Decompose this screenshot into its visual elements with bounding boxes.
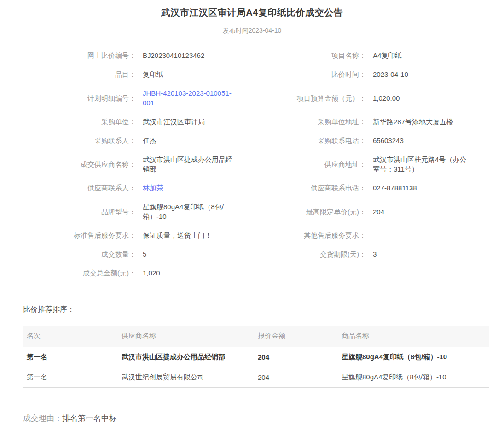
supplier-contact-link[interactable]: 林加荣 [143, 183, 163, 193]
field-purchaser-phone: 采购联系电话： 65603243 [266, 136, 488, 145]
field-value: 任杰 [143, 136, 156, 145]
field-deal-quantity: 成交数量： 5 [44, 249, 266, 259]
field-value: 2023-04-10 [373, 69, 408, 79]
field-max-unit-price: 最高限定单价(元)： 204 [266, 202, 488, 221]
field-other-service: 其他售后服务要求： [266, 230, 488, 240]
field-label: 项目名称： [266, 51, 373, 60]
field-value: 武汉市洪山区捷成办公用品经 销部 [143, 155, 232, 174]
ranking-table: 名次 供应商名称 报价金额 商品名称 第一名 武汉市洪山区捷成办公用品经销部 2… [23, 326, 489, 388]
field-value: 新华路287号添地大厦五楼 [373, 117, 453, 126]
header-product: 商品名称 [338, 326, 489, 347]
table-header-row: 名次 供应商名称 报价金额 商品名称 [23, 326, 489, 347]
field-value: 保证质量，送货上门！ [143, 230, 212, 240]
field-label: 网上比价编号： [44, 51, 143, 60]
field-value: 204 [373, 207, 384, 217]
field-supplier-name: 成交供应商名称： 武汉市洪山区捷成办公用品经 销部 [44, 155, 266, 174]
field-label: 项目预算金额（元）： [266, 93, 373, 103]
field-value: 武汉市江汉区审计局 [143, 117, 205, 126]
field-value: 复印纸 [143, 69, 163, 79]
field-value: 星旗舰80gA4复印纸（8包/ 箱）-10 [143, 202, 224, 221]
field-label: 比价时间： [266, 69, 373, 79]
ranking-section-title: 比价推荐排序： [23, 305, 489, 315]
field-supplier-contact: 供应商联系人： 林加荣 [44, 183, 266, 193]
cell-supplier: 武汉市洪山区捷成办公用品经销部 [118, 347, 254, 367]
header-rank: 名次 [23, 326, 118, 347]
header-supplier: 供应商名称 [118, 326, 254, 347]
field-label: 交货期限(天)： [266, 249, 373, 259]
ranking-section: 比价推荐排序： 名次 供应商名称 报价金额 商品名称 第一名 武汉市洪山区捷成办… [23, 305, 489, 388]
deal-reason-label: 成交理由： [23, 414, 62, 423]
cell-rank: 第一名 [23, 367, 118, 387]
field-label: 最高限定单价(元)： [266, 207, 373, 217]
field-label: 成交供应商名称： [44, 160, 143, 169]
header-price: 报价金额 [254, 326, 338, 347]
field-label: 采购联系人： [44, 136, 143, 145]
table-row: 第一名 武汉市洪山区捷成办公用品经销部 204 星旗舰80gA4复印纸（8包/箱… [23, 347, 489, 367]
field-supplier-address: 供应商地址： 武汉市洪山区桂元路4号（办公 室号：311号） [266, 155, 488, 174]
announcement-details: 网上比价编号： BJ20230410123462 项目名称： A4复印纸 品目：… [44, 51, 488, 278]
publish-time: 发布时间2023-04-10 [0, 27, 504, 35]
field-label: 供应商地址： [266, 160, 373, 169]
field-purchaser-address: 采购单位地址： 新华路287号添地大厦五楼 [266, 117, 488, 126]
field-price-compare-time: 比价时间： 2023-04-10 [266, 69, 488, 79]
field-delivery-days: 交货期限(天)： 3 [266, 249, 488, 259]
deal-reason-value: 排名第一名中标 [62, 414, 117, 423]
field-value: 1,020 [143, 268, 160, 278]
field-value: 1,020.00 [373, 93, 400, 103]
cell-rank: 第一名 [23, 347, 118, 367]
cell-price: 204 [254, 347, 338, 367]
field-label: 成交数量： [44, 249, 143, 259]
field-value: 65603243 [373, 136, 404, 145]
field-label: 计划明细编号： [44, 93, 143, 103]
field-label: 标准售后服务要求： [44, 230, 143, 240]
field-value: 3 [373, 249, 377, 259]
field-label: 品牌型号： [44, 207, 143, 217]
field-value: 027-87881138 [373, 183, 417, 193]
field-label: 成交总金额(元)： [44, 268, 143, 278]
field-budget-amount: 项目预算金额（元）： 1,020.00 [266, 88, 488, 108]
field-label: 采购单位： [44, 117, 143, 126]
field-category: 品目： 复印纸 [44, 69, 266, 79]
field-label: 采购联系电话： [266, 136, 373, 145]
cell-price: 204 [254, 367, 338, 387]
field-value: A4复印纸 [373, 51, 402, 60]
field-standard-service: 标准售后服务要求： 保证质量，送货上门！ [44, 230, 266, 240]
page-title: 武汉市江汉区审计局A4复印纸比价成交公告 [0, 6, 504, 19]
field-label: 品目： [44, 69, 143, 79]
field-value: BJ20230410123462 [143, 51, 204, 60]
cell-product: 星旗舰80gA4复印纸（8包/箱）-10 [338, 367, 489, 387]
field-purchaser: 采购单位： 武汉市江汉区审计局 [44, 117, 266, 126]
field-label: 采购单位地址： [266, 117, 373, 126]
field-brand-model: 品牌型号： 星旗舰80gA4复印纸（8包/ 箱）-10 [44, 202, 266, 221]
field-label: 供应商联系人： [44, 183, 143, 193]
field-label: 其他售后服务要求： [266, 230, 373, 240]
field-total-amount: 成交总金额(元)： 1,020 [44, 268, 266, 278]
field-value: 武汉市洪山区桂元路4号（办公 室号：311号） [373, 155, 466, 174]
plan-detail-id-link[interactable]: JHBH-420103-2023-010051- 001 [143, 88, 232, 108]
field-project-name: 项目名称： A4复印纸 [266, 51, 488, 60]
deal-reason: 成交理由：排名第一名中标 [23, 413, 504, 424]
field-supplier-phone: 供应商联系电话： 027-87881138 [266, 183, 488, 193]
announcement-page: 武汉市江汉区审计局A4复印纸比价成交公告 发布时间2023-04-10 网上比价… [0, 6, 504, 424]
field-label: 供应商联系电话： [266, 183, 373, 193]
table-row: 第一名 武汉世纪创展贸易有限公司 204 星旗舰80gA4复印纸（8包/箱）-1… [23, 367, 489, 387]
field-online-price-id: 网上比价编号： BJ20230410123462 [44, 51, 266, 60]
cell-supplier: 武汉世纪创展贸易有限公司 [118, 367, 254, 387]
field-purchaser-contact: 采购联系人： 任杰 [44, 136, 266, 145]
field-value: 5 [143, 249, 146, 259]
cell-product: 星旗舰80gA4复印纸（8包/箱）-10 [338, 347, 489, 367]
field-plan-detail-id: 计划明细编号： JHBH-420103-2023-010051- 001 [44, 88, 266, 108]
